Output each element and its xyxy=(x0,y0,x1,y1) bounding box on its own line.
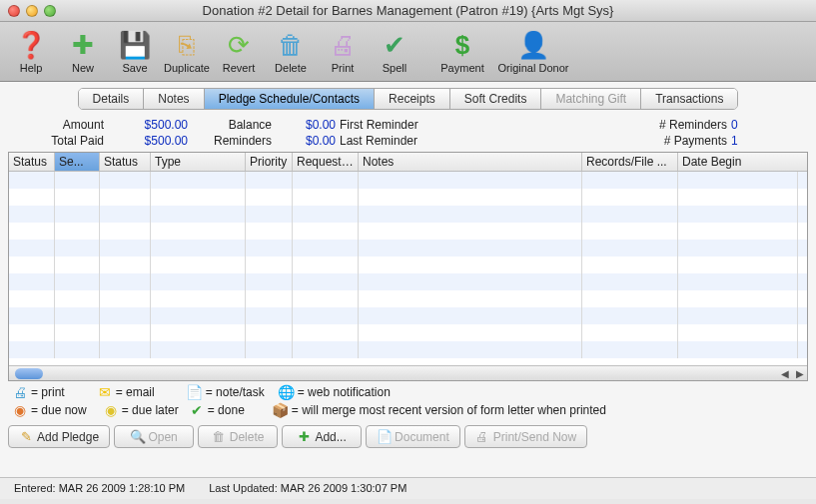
document-button: 📄Document xyxy=(366,425,460,448)
first-reminder-value xyxy=(463,118,613,132)
add-pledge-button[interactable]: ✎Add Pledge xyxy=(8,425,110,448)
zoom-window-button[interactable] xyxy=(44,5,56,17)
web-legend-icon: 🌐 xyxy=(279,384,295,400)
col-status2[interactable]: Status xyxy=(100,153,151,171)
col-se[interactable]: Se... xyxy=(55,153,100,171)
total-paid-value: $500.00 xyxy=(108,134,188,148)
payment-button[interactable]: $ Payment xyxy=(437,25,487,79)
legend-text: = due now xyxy=(31,403,87,417)
legend-text: = due later xyxy=(122,403,179,417)
print-send-now-button: 🖨Print/Send Now xyxy=(464,425,587,448)
reminders-label: Reminders xyxy=(192,134,272,148)
pencil-icon: ✎ xyxy=(19,429,33,444)
col-priority[interactable]: Priority xyxy=(246,153,293,171)
scroll-right-icon[interactable]: ▶ xyxy=(796,368,804,379)
statusbar: Entered: MAR 26 2009 1:28:10 PM Last Upd… xyxy=(0,477,816,499)
toolbar-label: Help xyxy=(20,62,43,74)
close-window-button[interactable] xyxy=(8,5,20,17)
last-reminder-label: Last Reminder xyxy=(340,134,459,148)
save-button[interactable]: 💾 Save xyxy=(110,25,160,79)
scroll-thumb[interactable] xyxy=(15,368,43,379)
amount-label: Amount xyxy=(14,118,104,132)
printer-icon: 🖨 xyxy=(330,30,356,62)
help-icon: ❓ xyxy=(15,30,47,62)
delete-row-button: 🗑Delete xyxy=(198,425,278,448)
legend: 🖨= print ✉= email 📄= note/task 🌐= web no… xyxy=(8,381,808,423)
num-payments-value: 1 xyxy=(731,134,751,148)
spellcheck-icon: ✔ xyxy=(384,30,406,62)
schedule-table: Status Se... Status Type Priority Reques… xyxy=(8,152,808,381)
balance-label: Balance xyxy=(192,118,272,132)
reminders-value: $0.00 xyxy=(276,134,336,148)
first-reminder-label: First Reminder xyxy=(340,118,459,132)
revert-button[interactable]: ⟳ Revert xyxy=(214,25,264,79)
minimize-window-button[interactable] xyxy=(26,5,38,17)
due-later-legend-icon: ◉ xyxy=(103,402,119,418)
note-legend-icon: 📄 xyxy=(187,384,203,400)
button-bar: ✎Add Pledge 🔍Open 🗑Delete ✚Add... 📄Docum… xyxy=(8,423,808,450)
total-paid-label: Total Paid xyxy=(14,134,104,148)
trash-small-icon: 🗑 xyxy=(212,429,226,444)
tab-transactions[interactable]: Transactions xyxy=(641,89,737,109)
scroll-left-icon[interactable]: ◀ xyxy=(781,368,789,379)
floppy-icon: 💾 xyxy=(119,30,151,62)
help-button[interactable]: ❓ Help xyxy=(6,25,56,79)
col-requestor[interactable]: Requeste... xyxy=(293,153,359,171)
print-legend-icon: 🖨 xyxy=(12,384,28,400)
button-label: Add... xyxy=(315,430,346,444)
toolbar: ❓ Help ✚ New 💾 Save ⎘ Duplicate ⟳ Revert… xyxy=(0,22,816,82)
tab-pledge-schedule-contacts[interactable]: Pledge Schedule/Contacts xyxy=(205,89,375,109)
tab-soft-credits[interactable]: Soft Credits xyxy=(450,89,542,109)
window-title: Donation #2 Detail for Barnes Management… xyxy=(6,3,810,18)
button-label: Document xyxy=(395,430,449,444)
email-legend-icon: ✉ xyxy=(97,384,113,400)
revert-icon: ⟳ xyxy=(228,30,250,62)
legend-text: = done xyxy=(208,403,245,417)
col-status[interactable]: Status xyxy=(9,153,55,171)
updated-label: Last Updated: xyxy=(209,482,278,494)
duplicate-button[interactable]: ⎘ Duplicate xyxy=(162,25,212,79)
num-payments-label: # Payments xyxy=(617,134,727,148)
plus-icon: ✚ xyxy=(72,30,94,62)
tabbar: Details Notes Pledge Schedule/Contacts R… xyxy=(8,88,808,110)
col-date-begin[interactable]: Date Begin xyxy=(678,153,798,171)
duplicate-icon: ⎘ xyxy=(179,30,195,62)
horizontal-scrollbar[interactable]: ◀▶ xyxy=(9,365,807,380)
print-button[interactable]: 🖨 Print xyxy=(318,25,368,79)
toolbar-label: New xyxy=(72,62,94,74)
spell-button[interactable]: ✔ Spell xyxy=(370,25,419,79)
open-icon: 🔍 xyxy=(130,429,144,444)
toolbar-label: Delete xyxy=(275,62,307,74)
toolbar-label: Duplicate xyxy=(164,62,210,74)
legend-text: = note/task xyxy=(206,385,265,399)
button-label: Delete xyxy=(230,430,265,444)
col-type[interactable]: Type xyxy=(151,153,246,171)
toolbar-label: Spell xyxy=(383,62,407,74)
document-icon: 📄 xyxy=(377,429,391,444)
button-label: Add Pledge xyxy=(37,430,99,444)
tab-details[interactable]: Details xyxy=(79,89,145,109)
toolbar-label: Payment xyxy=(440,62,483,74)
col-notes[interactable]: Notes xyxy=(359,153,582,171)
num-reminders-value: 0 xyxy=(731,118,751,132)
summary-panel: Amount $500.00 Balance $0.00 First Remin… xyxy=(8,114,808,152)
col-records[interactable]: Records/File ... xyxy=(582,153,678,171)
tab-receipts[interactable]: Receipts xyxy=(375,89,450,109)
button-label: Print/Send Now xyxy=(493,430,576,444)
updated-timestamp: MAR 26 2009 1:30:07 PM xyxy=(281,482,408,494)
open-button: 🔍Open xyxy=(114,425,194,448)
original-donor-button[interactable]: 👤 Original Donor xyxy=(489,25,577,79)
toolbar-label: Original Donor xyxy=(498,62,569,74)
person-icon: 👤 xyxy=(517,30,549,62)
delete-button[interactable]: 🗑 Delete xyxy=(266,25,316,79)
new-button[interactable]: ✚ New xyxy=(58,25,108,79)
toolbar-label: Print xyxy=(332,62,355,74)
toolbar-label: Revert xyxy=(223,62,255,74)
merge-legend-icon: 📦 xyxy=(273,402,289,418)
table-body[interactable] xyxy=(9,172,807,365)
entered-label: Entered: xyxy=(14,482,56,494)
tab-notes[interactable]: Notes xyxy=(144,89,204,109)
legend-text: = web notification xyxy=(298,385,391,399)
trash-icon: 🗑 xyxy=(278,30,304,62)
add-button[interactable]: ✚Add... xyxy=(282,425,362,448)
